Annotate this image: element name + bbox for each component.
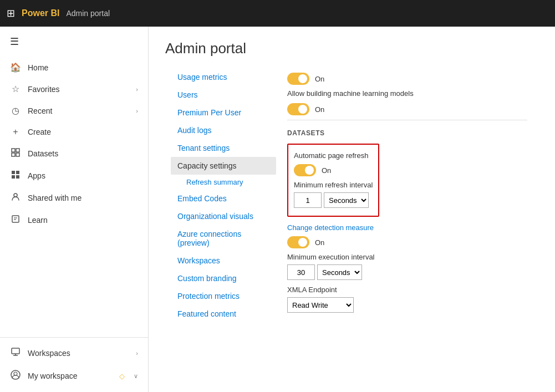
toggle2-label: On	[315, 105, 324, 114]
sidebar-item-label: Favorites	[28, 85, 129, 94]
sidebar-item-label: Home	[28, 63, 138, 72]
sidebar-item-favorites[interactable]: ☆ Favorites ›	[0, 78, 148, 100]
toggle3-row: On	[294, 164, 373, 176]
toggle3[interactable]	[294, 164, 316, 176]
auto-refresh-label: Automatic page refresh	[294, 151, 373, 160]
sub-nav-branding[interactable]: Custom branding	[171, 269, 276, 287]
admin-content: Admin portal Usage metrics Users Premium…	[149, 27, 555, 392]
sidebar-item-shared[interactable]: Shared with me	[0, 187, 148, 209]
sidebar-item-create[interactable]: + Create	[0, 121, 148, 142]
app-logo: Power BI	[22, 8, 59, 18]
chevron-right-icon: ›	[136, 350, 138, 357]
svg-rect-6	[12, 175, 15, 179]
min-refresh-label: Minimum refresh interval	[294, 181, 373, 189]
chevron-right-icon: ›	[136, 86, 138, 93]
avatar-icon	[10, 370, 21, 382]
svg-rect-3	[16, 153, 19, 156]
toggle4-label: On	[315, 238, 324, 247]
sub-nav-capacity[interactable]: Capacity settings	[171, 157, 276, 175]
toggle4-row: On	[287, 236, 527, 248]
settings-panel: On Allow building machine learning model…	[276, 68, 538, 379]
min-execution-label: Minimum execution interval	[287, 253, 527, 261]
home-icon: 🏠	[10, 62, 21, 73]
sidebar-item-label: Apps	[28, 171, 138, 180]
automatic-refresh-box: Automatic page refresh On Minimum refres…	[287, 144, 379, 217]
learn-icon	[10, 215, 21, 226]
sub-nav-audit[interactable]: Audit logs	[171, 121, 276, 139]
shared-icon	[10, 192, 21, 203]
toggle2-row: On	[287, 103, 527, 115]
apps-icon	[10, 170, 21, 181]
svg-rect-7	[16, 175, 19, 179]
xmla-select[interactable]: Read Write Read Only Off	[287, 297, 354, 313]
svg-rect-1	[16, 149, 19, 152]
change-detection-label[interactable]: Change detection measure	[287, 223, 527, 232]
svg-rect-0	[12, 149, 15, 152]
sub-nav-users[interactable]: Users	[171, 86, 276, 104]
sidebar-item-label: My workspace	[28, 371, 113, 380]
refresh-interval-input[interactable]	[294, 192, 322, 208]
chevron-right-icon: ›	[136, 108, 138, 114]
xmla-row: Read Write Read Only Off	[287, 297, 527, 313]
sidebar-item-label: Create	[28, 128, 138, 136]
workspaces-icon	[10, 348, 21, 359]
sidebar-item-label: Datasets	[28, 149, 138, 158]
topbar: ⊞ Power BI Admin portal	[0, 0, 555, 27]
sidebar-item-label: Recent	[28, 106, 129, 115]
svg-rect-12	[12, 348, 19, 354]
sidebar-item-datasets[interactable]: Datasets	[0, 142, 148, 165]
hamburger-icon[interactable]: ☰	[0, 27, 148, 57]
toggle2[interactable]	[287, 103, 309, 115]
svg-rect-2	[12, 153, 15, 156]
sidebar-item-myworkspace[interactable]: My workspace ◇ ∨	[0, 364, 148, 388]
sub-nav-refresh[interactable]: Refresh summary	[171, 175, 276, 190]
svg-rect-4	[12, 171, 15, 174]
sub-nav-azure[interactable]: Azure connections (preview)	[171, 225, 276, 252]
diamond-icon: ◇	[119, 372, 125, 380]
execution-interval-row: Seconds Minutes Hours	[287, 264, 527, 280]
sub-nav-embed[interactable]: Embed Codes	[171, 190, 276, 207]
sub-nav-premium[interactable]: Premium Per User	[171, 104, 276, 121]
sidebar-nav: 🏠 Home ☆ Favorites › ◷ Recent › + Create	[0, 57, 148, 337]
clock-icon: ◷	[10, 105, 21, 116]
sub-nav-featured[interactable]: Featured content	[171, 305, 276, 323]
execution-unit-select[interactable]: Seconds Minutes Hours	[317, 264, 362, 280]
ml-models-label: Allow building machine learning models	[287, 89, 527, 98]
content-area: Admin portal Usage metrics Users Premium…	[149, 27, 555, 392]
sidebar-item-label: Learn	[28, 216, 138, 225]
page-title: Admin portal	[165, 40, 538, 57]
sidebar-item-label: Shared with me	[28, 194, 138, 202]
refresh-interval-row: Seconds Minutes Hours	[294, 192, 373, 208]
sidebar: ☰ 🏠 Home ☆ Favorites › ◷ Recent › + Crea…	[0, 27, 149, 392]
star-icon: ☆	[10, 84, 21, 94]
sidebar-item-workspaces[interactable]: Workspaces ›	[0, 342, 148, 364]
grid-icon[interactable]: ⊞	[7, 7, 15, 19]
sidebar-item-learn[interactable]: Learn	[0, 209, 148, 231]
toggle4[interactable]	[287, 236, 309, 248]
sub-nav-tenant[interactable]: Tenant settings	[171, 139, 276, 157]
chevron-down-icon: ∨	[134, 373, 138, 380]
sub-nav-usage[interactable]: Usage metrics	[171, 68, 276, 86]
sidebar-item-label: Workspaces	[28, 349, 129, 358]
sidebar-item-home[interactable]: 🏠 Home	[0, 57, 148, 78]
sub-nav: Usage metrics Users Premium Per User Aud…	[165, 68, 276, 379]
portal-title: Admin portal	[66, 9, 110, 18]
refresh-unit-select[interactable]: Seconds Minutes Hours	[324, 192, 369, 208]
plus-icon: +	[10, 127, 21, 137]
sub-nav-workspaces[interactable]: Workspaces	[171, 252, 276, 269]
sidebar-item-apps[interactable]: Apps	[0, 165, 148, 187]
sub-nav-org-visuals[interactable]: Organizational visuals	[171, 207, 276, 225]
svg-point-8	[14, 194, 17, 197]
sub-nav-protection[interactable]: Protection metrics	[171, 287, 276, 305]
svg-rect-9	[12, 216, 19, 222]
toggle3-label: On	[322, 166, 331, 175]
toggle1-row: On	[287, 73, 527, 85]
toggle1-label: On	[315, 75, 324, 83]
main-layout: ☰ 🏠 Home ☆ Favorites › ◷ Recent › + Crea…	[0, 27, 555, 392]
datasets-icon	[10, 148, 21, 159]
toggle1[interactable]	[287, 73, 309, 85]
datasets-header: DATASETS	[287, 129, 527, 137]
sidebar-item-recent[interactable]: ◷ Recent ›	[0, 100, 148, 121]
xmla-label: XMLA Endpoint	[287, 286, 527, 294]
execution-interval-input[interactable]	[287, 264, 315, 280]
